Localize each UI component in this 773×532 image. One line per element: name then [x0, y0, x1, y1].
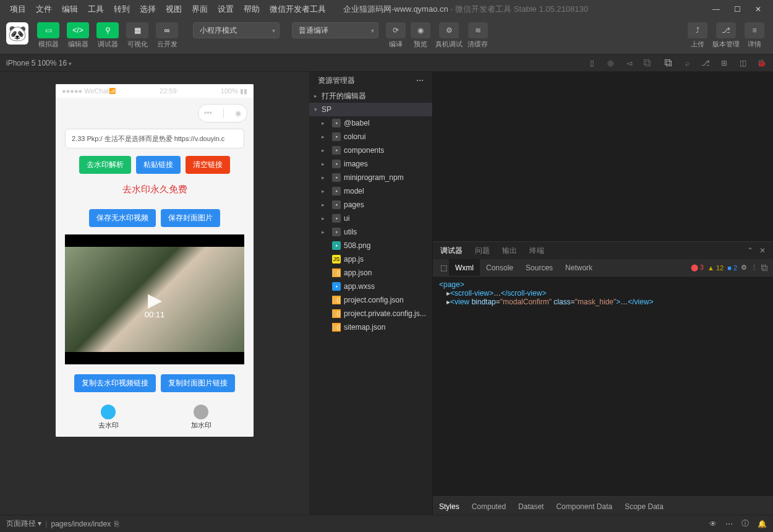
- project-root[interactable]: ▾SP: [309, 103, 432, 116]
- tab-remove-watermark[interactable]: 去水印: [98, 405, 119, 430]
- compile-dropdown[interactable]: 普通编译: [292, 22, 378, 38]
- file-project.private.config.js...[interactable]: {}project.private.config.js...: [309, 307, 432, 320]
- menu-goto[interactable]: 转到: [109, 4, 135, 15]
- styletab-computed[interactable]: Computed: [472, 502, 506, 511]
- menu-select[interactable]: 选择: [135, 4, 161, 15]
- preview-button[interactable]: ◉: [411, 22, 430, 38]
- version-button[interactable]: ⎇: [716, 22, 736, 38]
- save-video-button[interactable]: 保存无水印视频: [89, 209, 156, 227]
- error-badge[interactable]: ⬤ 3: [691, 264, 704, 272]
- editor-button[interactable]: </>: [67, 22, 89, 38]
- folder-@babel[interactable]: ▸▪@babel: [309, 116, 432, 130]
- wxml-tree[interactable]: <page> ▸<scroll-view>…</scroll-view> ▸<v…: [433, 277, 773, 496]
- eye-icon[interactable]: 👁: [709, 520, 717, 528]
- folder-components[interactable]: ▸▪components: [309, 144, 432, 157]
- files-icon[interactable]: ⿻: [663, 59, 674, 67]
- menu-wxdevtools[interactable]: 微信开发者工具: [265, 4, 331, 15]
- info-icon[interactable]: ⓘ: [741, 518, 749, 529]
- page-path-value[interactable]: pages/index/index: [51, 520, 111, 528]
- tab-output[interactable]: 输出: [502, 246, 517, 256]
- save-cover-button[interactable]: 保存封面图片: [161, 209, 220, 227]
- more-icon[interactable]: ⋮: [751, 264, 758, 272]
- page-path-label[interactable]: 页面路径 ▾: [6, 518, 41, 529]
- styletab-styles[interactable]: Styles: [439, 502, 459, 511]
- record-icon[interactable]: ◎: [605, 59, 616, 67]
- compile-button[interactable]: ⟳: [386, 22, 406, 38]
- dock-icon[interactable]: ⿻: [642, 59, 653, 67]
- dock-icon[interactable]: ⿻: [761, 264, 768, 272]
- more-icon[interactable]: ⋯: [416, 76, 424, 85]
- tab-problems[interactable]: 问题: [475, 246, 490, 256]
- menu-file[interactable]: 文件: [31, 4, 57, 15]
- parse-button[interactable]: 去水印解析: [79, 156, 131, 174]
- file-app.wxss[interactable]: ▪app.wxss: [309, 280, 432, 293]
- file-508.png[interactable]: ▪508.png: [309, 239, 432, 252]
- minimize-button[interactable]: —: [711, 4, 721, 14]
- panel-close-icon[interactable]: ✕: [759, 246, 766, 255]
- device-selector[interactable]: iPhone 5 100% 16▾: [6, 59, 76, 67]
- file-app.js[interactable]: JSapp.js: [309, 252, 432, 266]
- styletab-component[interactable]: Component Data: [556, 502, 612, 511]
- menu-ui[interactable]: 界面: [187, 4, 213, 15]
- details-button[interactable]: ≡: [745, 22, 764, 38]
- upload-button[interactable]: ⤴: [688, 22, 707, 38]
- tab-terminal[interactable]: 终端: [529, 246, 544, 256]
- menu-tools[interactable]: 工具: [83, 4, 109, 15]
- menu-project[interactable]: 项目: [5, 4, 31, 15]
- bell-icon[interactable]: 🔔: [758, 520, 767, 528]
- file-app.json[interactable]: {}app.json: [309, 266, 432, 280]
- cloud-button[interactable]: ∞: [156, 22, 178, 38]
- mode-dropdown[interactable]: 小程序模式: [193, 22, 280, 38]
- folder-miniprogram_npm[interactable]: ▸▪miniprogram_npm: [309, 171, 432, 184]
- tab-debugger[interactable]: 调试器: [440, 246, 463, 256]
- more-footer-icon[interactable]: ⋯: [725, 520, 733, 528]
- simulator-button[interactable]: ▭: [37, 22, 59, 38]
- remote-debug-button[interactable]: ⚙: [439, 22, 459, 38]
- file-sitemap.json[interactable]: {}sitemap.json: [309, 320, 432, 334]
- devtab-network[interactable]: Network: [559, 259, 599, 276]
- menu-help[interactable]: 帮助: [239, 4, 265, 15]
- styletab-scope[interactable]: Scope Data: [625, 502, 664, 511]
- menu-edit[interactable]: 编辑: [57, 4, 83, 15]
- warn-badge[interactable]: ▲ 12: [707, 264, 724, 272]
- visual-button[interactable]: ▦: [126, 22, 148, 38]
- info-badge[interactable]: ■ 2: [727, 264, 737, 272]
- device-icon[interactable]: ▯: [586, 59, 597, 67]
- split-icon[interactable]: ◫: [737, 59, 748, 67]
- debug-icon[interactable]: 🐞: [756, 59, 767, 67]
- folder-ui[interactable]: ▸▪ui: [309, 212, 432, 225]
- file-project.config.json[interactable]: {}project.config.json: [309, 293, 432, 307]
- copy-video-link-button[interactable]: 复制去水印视频链接: [74, 374, 156, 392]
- menu-view[interactable]: 视图: [161, 4, 187, 15]
- search-icon[interactable]: ⌕: [681, 59, 693, 67]
- devtab-sources[interactable]: Sources: [519, 259, 559, 276]
- capsule-button[interactable]: •••◉: [198, 104, 247, 122]
- copy-path-icon[interactable]: ⎘: [114, 520, 119, 528]
- folder-colorui[interactable]: ▸▪colorui: [309, 130, 432, 144]
- menu-settings[interactable]: 设置: [213, 4, 239, 15]
- maximize-button[interactable]: ☐: [732, 4, 742, 14]
- gear-icon[interactable]: ⚙: [741, 264, 747, 272]
- mute-icon[interactable]: ◅: [623, 59, 634, 67]
- styletab-dataset[interactable]: Dataset: [518, 502, 544, 511]
- folder-utils[interactable]: ▸▪utils: [309, 225, 432, 239]
- open-editors-section[interactable]: ▸打开的编辑器: [309, 89, 432, 103]
- chevron-up-icon[interactable]: ⌃: [747, 246, 753, 255]
- url-input[interactable]: 2.33 Pkp:/ 生活不是选择而是热爱 https://v.douyin.c: [65, 129, 244, 148]
- copy-cover-link-button[interactable]: 复制封面图片链接: [161, 374, 235, 392]
- close-button[interactable]: ✕: [753, 4, 763, 14]
- debugger-button[interactable]: ⚲: [96, 22, 119, 38]
- video-preview[interactable]: ▶ 00:11: [65, 234, 244, 364]
- paste-button[interactable]: 粘贴链接: [136, 156, 181, 174]
- inspect-icon[interactable]: ⬚: [438, 264, 449, 272]
- clear-button[interactable]: 清空链接: [186, 156, 230, 174]
- devtab-console[interactable]: Console: [480, 259, 519, 276]
- folder-images[interactable]: ▸▪images: [309, 157, 432, 171]
- clear-cache-button[interactable]: ≋: [468, 22, 488, 38]
- ext-icon[interactable]: ⊞: [719, 59, 730, 67]
- folder-model[interactable]: ▸▪model: [309, 184, 432, 198]
- devtab-wxml[interactable]: Wxml: [449, 259, 480, 276]
- git-icon[interactable]: ⎇: [700, 59, 711, 67]
- folder-pages[interactable]: ▸▪pages: [309, 198, 432, 212]
- tab-add-watermark[interactable]: 加水印: [191, 405, 211, 430]
